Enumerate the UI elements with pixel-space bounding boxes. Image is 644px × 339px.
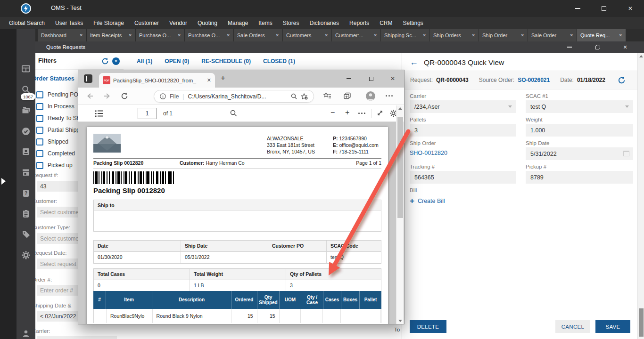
menu-item-reports[interactable]: Reports bbox=[344, 17, 374, 29]
add-favorite-icon[interactable] bbox=[301, 93, 308, 100]
status-tab-closed-1[interactable]: CLOSED (1) bbox=[263, 58, 295, 65]
search-icon[interactable] bbox=[21, 85, 31, 94]
menu-item-user-tasks[interactable]: User Tasks bbox=[50, 17, 88, 29]
tab-customer[interactable]: Customer:...✕ bbox=[332, 29, 380, 41]
tab-dashboard[interactable]: Dashboard✕ bbox=[38, 29, 86, 41]
tab-ship-orders[interactable]: Ship Orders✕ bbox=[430, 29, 479, 41]
profile-avatar[interactable] bbox=[366, 91, 375, 101]
orders-clipboard-icon[interactable] bbox=[21, 209, 31, 218]
menu-item-global-search[interactable]: Global Search bbox=[4, 17, 50, 29]
menu-item-customer[interactable]: Customer bbox=[129, 17, 164, 29]
scrollbar[interactable] bbox=[637, 53, 644, 339]
carrier-dropdown[interactable]: /234,Aser bbox=[410, 100, 516, 113]
checkbox[interactable] bbox=[36, 91, 43, 98]
forward-icon[interactable] bbox=[103, 92, 111, 100]
ship-order-link[interactable]: SHO-0012820 bbox=[410, 150, 447, 156]
tab-close-icon[interactable]: ✕ bbox=[471, 33, 475, 38]
tab-shipping-sc[interactable]: Shipping Sc...✕ bbox=[381, 29, 429, 41]
menu-item-stores[interactable]: Stores bbox=[278, 17, 305, 29]
clear-filters-icon[interactable]: ✕ bbox=[112, 57, 120, 65]
status-tab-re-schedule-0[interactable]: RE-SCHEDULE (0) bbox=[201, 58, 251, 65]
scac-dropdown[interactable]: test Q bbox=[526, 100, 633, 113]
search-in-page-icon[interactable] bbox=[291, 93, 297, 99]
refresh-icon[interactable] bbox=[101, 57, 109, 65]
menu-item-items[interactable]: Items bbox=[253, 17, 277, 29]
folders-icon[interactable] bbox=[21, 105, 31, 115]
workspaces-icon[interactable] bbox=[84, 74, 92, 83]
save-button[interactable]: SAVE bbox=[595, 320, 630, 333]
tab-sale-order[interactable]: Sale Order✕ bbox=[528, 29, 577, 41]
tab-close-icon[interactable]: ✕ bbox=[619, 33, 622, 38]
status-tab-open-0[interactable]: OPEN (0) bbox=[165, 58, 189, 65]
scrollbar-thumb[interactable] bbox=[397, 117, 403, 218]
tab-close-icon[interactable]: ✕ bbox=[422, 33, 426, 38]
tab-close-icon[interactable]: ✕ bbox=[207, 77, 211, 83]
tab-close-icon[interactable]: ✕ bbox=[570, 33, 573, 38]
scroll-up-icon[interactable] bbox=[398, 107, 402, 110]
checkbox[interactable] bbox=[36, 162, 43, 169]
delete-button[interactable]: DELETE bbox=[410, 320, 446, 333]
help-clipboard-icon[interactable]: ? bbox=[21, 188, 31, 198]
cancel-button[interactable]: CANCEL bbox=[555, 320, 590, 333]
checkbox[interactable] bbox=[36, 138, 43, 145]
pdf-scrollbar[interactable] bbox=[396, 105, 404, 324]
maximize-icon[interactable] bbox=[600, 4, 608, 13]
tab-close-icon[interactable]: ✕ bbox=[520, 33, 524, 38]
tab-purchase-o[interactable]: Purchase O...✕ bbox=[185, 29, 233, 41]
checkbox[interactable] bbox=[36, 115, 43, 122]
tasks-icon[interactable] bbox=[21, 126, 31, 136]
tab-sale-orders[interactable]: Sale Orders✕ bbox=[234, 29, 282, 41]
panel-minimize-icon[interactable] bbox=[566, 44, 573, 50]
scrollbar-thumb[interactable] bbox=[639, 308, 644, 337]
favorites-icon[interactable] bbox=[323, 92, 331, 100]
status-tab-all-1[interactable]: All (1) bbox=[137, 58, 152, 65]
ship-date-input[interactable]: 5/31/2022 bbox=[526, 147, 633, 160]
zoom-out-icon[interactable]: − bbox=[330, 108, 335, 117]
pdf-search-icon[interactable] bbox=[230, 110, 237, 117]
create-bill-link[interactable]: + Create Bill bbox=[410, 198, 445, 204]
info-icon[interactable] bbox=[160, 93, 166, 99]
browser-maximize-icon[interactable] bbox=[367, 75, 375, 82]
weight-input[interactable]: 1.000 bbox=[526, 124, 633, 137]
store-icon[interactable] bbox=[21, 168, 31, 177]
close-icon[interactable]: ✕ bbox=[626, 4, 635, 13]
menu-item-vendor[interactable]: Vendor bbox=[164, 17, 192, 29]
carrier-select[interactable]: Select carrier bbox=[37, 336, 117, 339]
collections-icon[interactable] bbox=[343, 92, 351, 100]
reload-icon[interactable] bbox=[121, 92, 128, 100]
tags-icon[interactable] bbox=[21, 230, 31, 239]
source-order-link[interactable]: SO-0026021 bbox=[518, 77, 550, 83]
tab-ship-order[interactable]: Ship Order✕ bbox=[479, 29, 528, 41]
back-arrow-icon[interactable]: ← bbox=[410, 57, 418, 67]
scroll-up-icon[interactable] bbox=[639, 55, 643, 57]
panel-restore-icon[interactable] bbox=[594, 44, 602, 50]
page-number-input[interactable]: 1 bbox=[138, 108, 157, 119]
menu-item-file-storage[interactable]: File Storage bbox=[88, 17, 129, 29]
tab-close-icon[interactable]: ✕ bbox=[324, 33, 328, 38]
new-tab-icon[interactable]: + bbox=[221, 73, 225, 83]
settings-gear-icon[interactable] bbox=[21, 250, 31, 260]
browser-menu-icon[interactable] bbox=[386, 95, 393, 97]
minimize-icon[interactable] bbox=[573, 4, 582, 13]
contacts-icon[interactable] bbox=[21, 147, 31, 156]
address-bar[interactable]: File | C:/Users/Karina_Shchitova/D... bbox=[154, 90, 314, 103]
tracking-input[interactable]: 564365 bbox=[410, 171, 516, 184]
tab-quote-req[interactable]: Quote Req...✕ bbox=[577, 29, 626, 41]
menu-item-dictionaries[interactable]: Dictionaries bbox=[304, 17, 344, 29]
tab-purchase-o[interactable]: Purchase O...✕ bbox=[136, 29, 184, 41]
dashboard-icon[interactable] bbox=[21, 64, 31, 73]
tab-close-icon[interactable]: ✕ bbox=[177, 33, 181, 38]
tab-close-icon[interactable]: ✕ bbox=[373, 33, 377, 38]
menu-item-settings[interactable]: Settings bbox=[397, 17, 428, 29]
tab-close-icon[interactable]: ✕ bbox=[275, 33, 279, 38]
browser-close-icon[interactable]: ✕ bbox=[388, 75, 397, 82]
fullscreen-icon[interactable] bbox=[376, 109, 384, 117]
pallets-input[interactable]: 3 bbox=[410, 124, 516, 137]
checkbox[interactable] bbox=[36, 150, 43, 157]
browser-minimize-icon[interactable] bbox=[345, 75, 353, 82]
back-icon[interactable] bbox=[86, 92, 94, 100]
tab-close-icon[interactable]: ✕ bbox=[226, 33, 230, 38]
panel-close-icon[interactable]: ✕ bbox=[621, 44, 629, 50]
tab-close-icon[interactable]: ✕ bbox=[128, 33, 132, 38]
menu-item-crm[interactable]: CRM bbox=[374, 17, 397, 29]
